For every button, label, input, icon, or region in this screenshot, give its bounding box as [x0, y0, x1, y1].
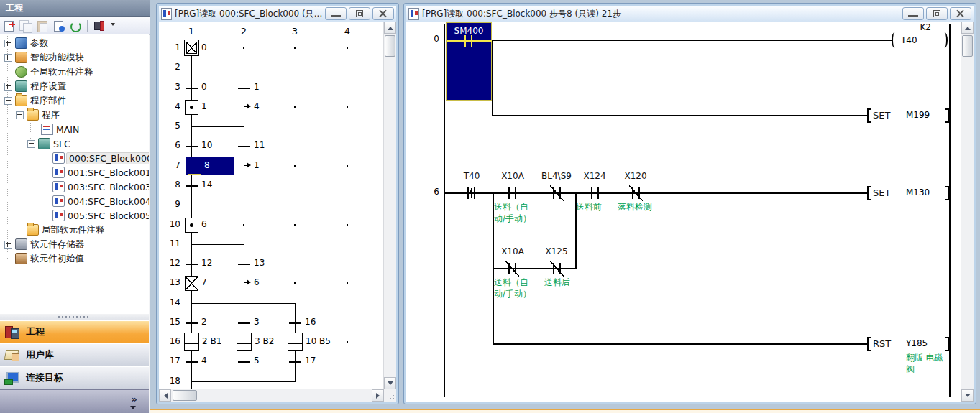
ladder-editor[interactable]: 0 SM400 K2 T40 SET M199 6 T40 X1: [406, 22, 974, 402]
device-display-icon[interactable]: [93, 20, 106, 32]
scroll-thumb[interactable]: [173, 390, 197, 401]
collapse-icon[interactable]: [4, 97, 12, 105]
tree-item-program-setting[interactable]: 程序设置: [0, 79, 66, 93]
nc-contact-symbol[interactable]: [632, 187, 640, 199]
tree-item-sfc-block005[interactable]: 005:SFC_Block005: [0, 208, 149, 223]
sfc-window-titlebar[interactable]: [PRG]读取 000:SFC_Block000 (只...: [159, 6, 396, 22]
options-dropdown-icon[interactable]: [130, 406, 136, 412]
paste-icon[interactable]: [36, 20, 48, 32]
tree-item-device-memory[interactable]: 软元件存储器: [0, 237, 84, 251]
nav-user-library-button[interactable]: 用户库: [0, 343, 149, 366]
copy-icon[interactable]: [19, 20, 32, 32]
collapse-icon[interactable]: [27, 140, 35, 148]
sfc-transition[interactable]: [186, 185, 198, 187]
sfc-block-step[interactable]: [184, 333, 199, 351]
scroll-right-button[interactable]: [372, 389, 384, 402]
instruction-op[interactable]: SET: [873, 187, 890, 198]
sfc-jump-label: 4: [254, 101, 260, 111]
minimize-button[interactable]: [325, 7, 347, 20]
sfc-transition[interactable]: [186, 322, 198, 324]
expander-icon[interactable]: [4, 40, 12, 47]
contact-label: SM400: [447, 26, 491, 36]
tree-item-sfc-block004[interactable]: 004:SFC_Block004: [0, 194, 149, 208]
no-contact-symbol[interactable]: [508, 187, 516, 199]
sfc-transition[interactable]: [186, 264, 198, 265]
close-button[interactable]: [372, 7, 394, 20]
close-button[interactable]: [950, 7, 971, 20]
toolbar-dropdown-icon[interactable]: [111, 23, 115, 28]
coil-symbol[interactable]: [892, 32, 898, 48]
sfc-transition[interactable]: [238, 264, 250, 265]
sfc-transition[interactable]: [289, 322, 301, 324]
new-data-icon[interactable]: [3, 20, 15, 32]
scroll-up-button[interactable]: [384, 22, 396, 34]
sfc-transition[interactable]: [186, 361, 198, 363]
horizontal-scrollbar[interactable]: [159, 389, 384, 402]
tree-item-device-initial-value[interactable]: 软元件初始值: [0, 251, 84, 266]
sfc-step[interactable]: [185, 100, 198, 115]
tree-item-intelligent-module[interactable]: 智能功能模块: [0, 50, 84, 65]
no-contact-symbol[interactable]: [591, 187, 599, 199]
nc-contact-symbol[interactable]: [553, 187, 561, 199]
sfc-transition[interactable]: [186, 88, 198, 89]
sfc-jump-arrow-icon[interactable]: [247, 162, 254, 168]
scroll-up-button[interactable]: [961, 22, 974, 34]
scroll-thumb[interactable]: [962, 35, 973, 57]
sfc-editor[interactable]: 1 2 3 4 1 2 3 4 5 6 7 8 9 10 11 12 13 14…: [159, 22, 396, 402]
vertical-scrollbar[interactable]: [961, 22, 974, 402]
data-info-icon[interactable]: [52, 20, 65, 32]
sfc-transition[interactable]: [238, 146, 250, 147]
tree-item-local-device-comment[interactable]: 局部软元件注释: [0, 223, 105, 237]
tree-item-main[interactable]: MAIN: [0, 122, 79, 136]
expander-icon[interactable]: [4, 83, 12, 91]
sfc-jump-arrow-icon[interactable]: [247, 103, 254, 109]
ladder-selected-cell[interactable]: SM400: [446, 22, 492, 101]
restore-button[interactable]: [349, 7, 370, 20]
refresh-icon[interactable]: [69, 20, 81, 32]
sfc-transition[interactable]: [186, 146, 198, 147]
minimize-button[interactable]: [902, 7, 924, 20]
tree-item-sfc-block003[interactable]: 003:SFC_Block003: [0, 180, 149, 194]
tree-item-sfc[interactable]: SFC: [0, 136, 70, 151]
restore-button[interactable]: [926, 7, 948, 20]
splitter-handle[interactable]: [0, 314, 149, 320]
sfc-initial-step[interactable]: [184, 40, 199, 56]
nc-contact-symbol[interactable]: [553, 263, 561, 274]
instruction-op[interactable]: SET: [873, 110, 890, 121]
tree-item-pou[interactable]: 程序部件: [0, 93, 66, 108]
tree-item-sfc-block001[interactable]: 001:SFC_Block001: [0, 165, 149, 180]
tree-item-global-device-comment[interactable]: 全局软元件注释: [0, 65, 93, 79]
expander-icon[interactable]: [4, 54, 12, 62]
sfc-block-step[interactable]: [237, 333, 252, 351]
sfc-jump-arrow-icon[interactable]: [247, 279, 254, 285]
scroll-down-button[interactable]: [961, 389, 974, 402]
sfc-block-step[interactable]: [288, 333, 303, 351]
sfc-transition[interactable]: [238, 361, 250, 363]
resize-grip[interactable]: [384, 389, 396, 402]
sfc-selected-step[interactable]: 8: [186, 157, 234, 175]
sfc-transition[interactable]: [238, 88, 250, 89]
sfc-row-number: 3: [165, 82, 180, 92]
more-buttons-chevron[interactable]: »: [132, 394, 137, 404]
dock-panel-title[interactable]: 工程: [0, 0, 150, 17]
nav-project-button[interactable]: 工程: [0, 320, 149, 343]
tree-item-sfc-block000[interactable]: 000:SFC_Block000: [0, 151, 149, 165]
tree-item-program[interactable]: 程序: [0, 108, 60, 122]
collapse-icon[interactable]: [16, 111, 24, 119]
tree-item-parameter[interactable]: 参数: [0, 36, 48, 50]
instruction-op[interactable]: RST: [873, 338, 891, 349]
coil-symbol[interactable]: [941, 32, 948, 48]
nc-contact-symbol[interactable]: [508, 263, 516, 274]
scroll-down-button[interactable]: [384, 377, 396, 389]
scroll-thumb[interactable]: [385, 35, 395, 57]
sfc-transition[interactable]: [238, 322, 250, 324]
ladder-window-titlebar[interactable]: [PRG]读取 000:SFC_Block000 步号8 (只读) 21步: [406, 6, 974, 22]
sfc-step[interactable]: [185, 218, 198, 233]
sfc-transition[interactable]: [289, 361, 301, 363]
vertical-scrollbar[interactable]: [383, 22, 396, 389]
scroll-left-button[interactable]: [159, 389, 171, 402]
nav-connection-button[interactable]: 连接目标: [0, 366, 149, 389]
sfc-reset-step[interactable]: [185, 276, 198, 291]
rising-contact-symbol[interactable]: [467, 187, 475, 199]
expander-icon[interactable]: [4, 241, 12, 249]
